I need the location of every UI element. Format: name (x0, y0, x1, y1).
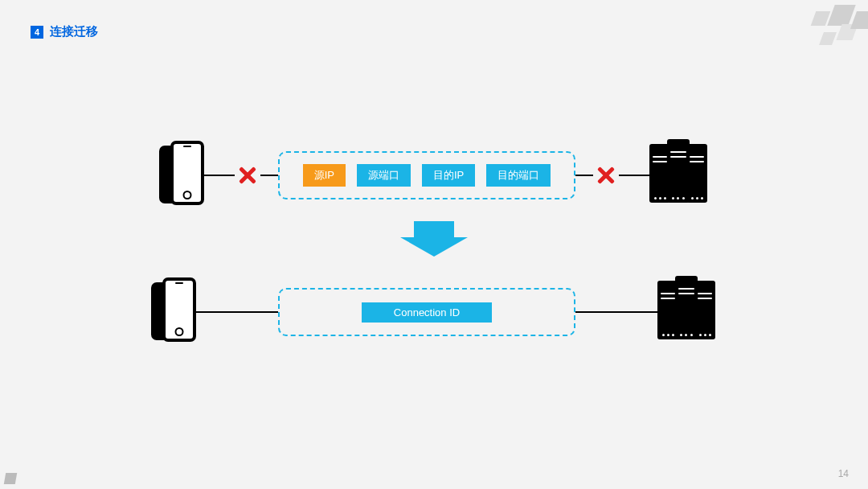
disconnect-x-icon (238, 166, 257, 185)
connector-line (260, 175, 278, 176)
connector-line (619, 175, 649, 176)
tag-connection-id: Connection ID (362, 302, 492, 323)
page-number: 14 (838, 468, 849, 479)
phones-icon (159, 141, 204, 210)
diagram-row-disconnected: 源IP 源端口 目的IP 目的端口 (0, 141, 868, 210)
tag-source-ip: 源IP (303, 164, 346, 187)
tag-dest-ip: 目的IP (422, 164, 475, 187)
disconnect-x-icon (596, 166, 616, 185)
connector-line (204, 175, 235, 176)
connector-line (196, 311, 278, 313)
slide-title: 连接迁移 (50, 24, 98, 39)
footer-logo-icon (4, 473, 17, 484)
connector-line (575, 311, 657, 313)
tag-source-port: 源端口 (357, 164, 411, 187)
connector-line (575, 175, 593, 176)
tag-dest-port: 目的端口 (486, 164, 551, 187)
servers-icon (649, 142, 709, 209)
diagram-row-connection-id: Connection ID (0, 277, 868, 347)
servers-icon (657, 278, 717, 346)
phones-icon (151, 277, 196, 347)
arrow-down-icon (400, 221, 468, 257)
four-tuple-container: 源IP 源端口 目的IP 目的端口 (278, 151, 575, 199)
connection-id-container: Connection ID (278, 288, 575, 336)
slide-header: 4 连接迁移 (31, 24, 98, 39)
section-number-badge: 4 (31, 26, 43, 39)
